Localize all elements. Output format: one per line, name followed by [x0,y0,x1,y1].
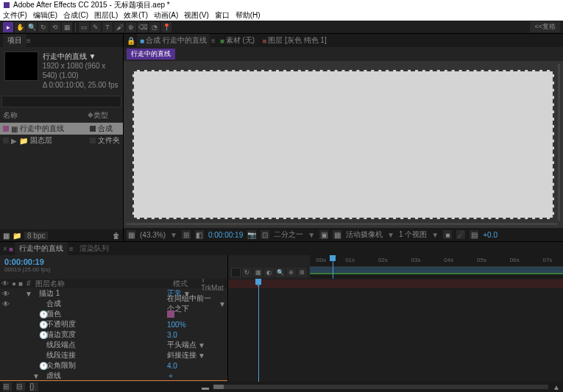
3d-btn[interactable]: ☄ [456,230,465,239]
prop-value[interactable]: 4.0 [167,362,226,370]
tool-brush[interactable]: 🖌 [114,22,124,32]
track-row[interactable] [228,289,563,299]
snapshot-btn[interactable]: 📷 [247,230,256,239]
tool-zoom[interactable]: 🔍 [26,22,37,32]
roi-btn[interactable]: ▣ [319,230,328,239]
color-btn[interactable]: ■ [443,230,452,239]
track-row[interactable] [228,310,563,320]
tool-rotate[interactable]: ⟲ [50,22,60,32]
tool-camera[interactable]: ▦ [62,22,72,32]
timeline-tab[interactable]: 行走中的直线 [15,242,68,255]
col-mode[interactable]: 模式 [173,279,201,289]
channel-btn[interactable]: ⊡ [261,230,269,239]
menu-view[interactable]: 视图(V) [184,10,208,21]
prop-row-7[interactable]: 🕐 尖角限制 4.0 [0,360,227,371]
prop-value[interactable]: 斜接连接 ▼ [167,350,226,360]
menu-edit[interactable]: 编辑(E) [33,10,57,21]
menu-effect[interactable]: 效果(T) [124,10,148,21]
prop-row-8[interactable]: ▼ 虚线 ＋ [0,371,227,381]
zoom-in-icon[interactable]: ▲ [553,383,560,391]
active-camera[interactable]: 活动摄像机 [346,229,383,240]
interpret-btn[interactable]: ▦ [3,232,10,240]
project-item-comp[interactable]: ▦ 行走中的直线 合成 [0,123,123,135]
prop-row-4[interactable]: 🕐 描边宽度 3.0 [0,329,227,340]
tool-pen[interactable]: ✎ [91,22,101,32]
prop-value[interactable]: 100% [167,321,226,329]
tool-eraser[interactable]: ⌫ [138,22,148,32]
bpc-btn[interactable]: 8 bpc [24,232,48,240]
toggle-switches[interactable]: ⊞ [3,382,12,391]
stopwatch-icon[interactable]: 🕐 [39,362,46,370]
tl-btn-3[interactable]: ◐ [264,268,274,277]
twirl-icon[interactable]: ▼ [25,290,32,298]
zoom-out-icon[interactable]: ▬ [202,383,209,391]
stopwatch-icon[interactable]: 🕐 [39,331,46,339]
always-preview-btn[interactable]: ▦ [127,230,135,239]
tl-btn-2[interactable]: ▦ [253,268,263,277]
search-input[interactable] [231,268,241,277]
menu-file[interactable]: 文件(F) [3,10,27,21]
scrollbar-v[interactable] [558,64,560,221]
prop-row-3[interactable]: 🕐 不透明度 100% [0,319,227,329]
timecode[interactable]: 0:00:00:19 [208,231,243,239]
viewer-tab-layer[interactable]: ■图层 [灰色 纯色 1] [259,34,330,47]
viewer-tab-comp[interactable]: ■合成 行走中的直线 [137,34,210,47]
project-search[interactable] [1,96,121,107]
playhead[interactable] [333,255,333,279]
track-row[interactable] [228,330,563,341]
viewer-tab-footage[interactable]: ■素材 (无) [217,34,258,47]
track-row[interactable] [228,320,563,330]
track-row[interactable] [228,371,563,382]
exposure[interactable]: +0.0 [483,231,498,239]
time-ruler[interactable]: :00s 01s 02s 03s 04s 05s 06s 07s [310,255,563,267]
tl-btn-5[interactable]: ⊕ [286,268,296,277]
col-layer-name[interactable]: 图层名称 [35,279,173,289]
track-row[interactable] [228,351,563,361]
project-item-folder[interactable]: ▶ 📁 固态层 文件夹 [0,135,123,146]
stopwatch-icon[interactable]: 🕐 [39,310,46,318]
toggle-brackets[interactable]: {} [29,382,38,391]
scrollbar-h[interactable] [127,223,557,225]
tool-rect[interactable]: ▭ [79,22,89,32]
render-queue-tab[interactable]: 渲染队列 [75,242,113,255]
delete-btn[interactable]: 🗑 [113,232,120,240]
close-icon[interactable]: × [3,245,7,253]
twirl-icon[interactable]: ▼ [32,372,39,380]
timeline-tracks[interactable] [228,279,563,382]
mask-btn[interactable]: ◧ [195,230,204,239]
menu-comp[interactable]: 合成(C) [63,10,88,21]
prop-value[interactable] [167,310,226,318]
zoom-slider[interactable] [213,385,548,389]
tl-btn-6[interactable]: ⊞ [297,268,307,277]
menu-anim[interactable]: 动画(A) [154,10,178,21]
tool-selection[interactable]: ▸ [3,22,13,32]
tl-btn-4[interactable]: 🔍 [275,268,285,277]
prop-value[interactable]: 平头端点 ▼ [167,340,226,350]
col-name[interactable]: 名称 [3,110,88,121]
view-count[interactable]: 1 个视图 [399,229,427,240]
prop-value[interactable]: ＋ [167,371,226,381]
prop-row-1[interactable]: 👁 合成 在同组中前一个之下 ▼ [0,299,227,309]
toggle-modes[interactable]: ⊟ [16,382,25,391]
work-area-bar[interactable] [310,267,563,273]
tool-text[interactable]: T [102,22,113,32]
tool-hand[interactable]: ✋ [15,22,25,32]
comp-breadcrumb[interactable]: 行走中的直线 [127,49,175,60]
tool-orbit[interactable]: ↻ [38,22,49,32]
menu-layer[interactable]: 图层(L) [94,10,118,21]
transparency-btn[interactable]: ▦ [333,230,341,239]
prop-row-6[interactable]: 线段连接 斜接连接 ▼ [0,350,227,360]
col-type[interactable]: 类型 [93,110,120,121]
track-row[interactable] [228,361,563,371]
layer-duration-bar[interactable] [228,279,563,288]
tl-btn-1[interactable]: ↻ [242,268,252,277]
new-folder-btn[interactable]: 📁 [13,232,21,240]
color-swatch[interactable] [167,310,174,318]
stopwatch-icon[interactable]: 🕐 [39,321,46,329]
lock-icon[interactable]: 🔒 [127,37,135,45]
track-row[interactable] [228,299,563,310]
prop-row-5[interactable]: 线段端点 平头端点 ▼ [0,340,227,350]
tool-roto[interactable]: ◔ [149,22,160,32]
resolution[interactable]: 二分之一 [274,229,303,240]
track-row[interactable] [228,341,563,351]
